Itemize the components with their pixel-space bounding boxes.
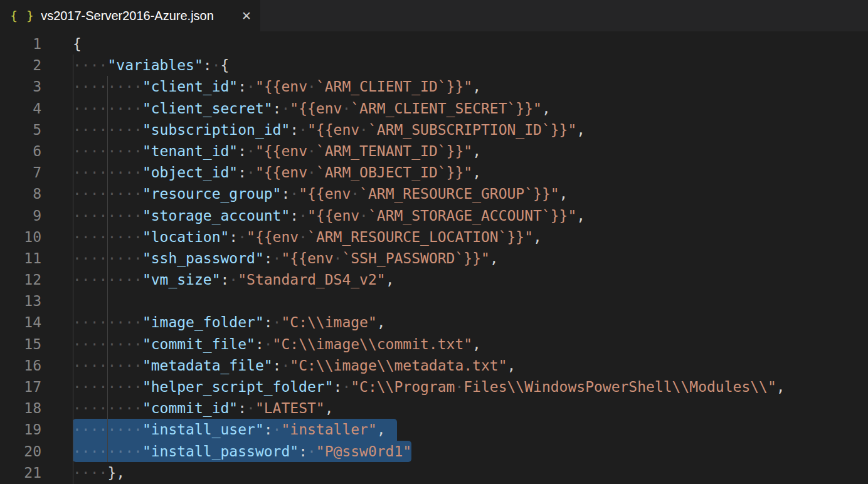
whitespace-dot: · [125,421,134,438]
code-text[interactable]: { [73,33,82,55]
code-line[interactable]: 3········"client_id":·"{{env·`ARM_CLIENT… [0,76,868,97]
tab-bar: { } vs2017-Server2016-Azure.json ✕ [0,0,868,31]
whitespace-dot: · [134,250,142,266]
whitespace-dot: · [99,143,108,159]
whitespace-dot: · [82,357,90,374]
code-text[interactable]: ········"install_password":·"P@ssw0rd1" [73,441,411,462]
code-text[interactable]: ········"storage_account":·"{{env·`ARM_S… [73,205,585,226]
whitespace-dot: · [82,57,90,73]
code-text[interactable]: ········"resource_group":·"{{env·`ARM_RE… [73,183,568,204]
code-text[interactable]: ········"tenant_id":·"{{env·`ARM_TENANT_… [73,140,481,162]
line-number: 16 [0,355,41,376]
code-line[interactable]: 7········"object_id":·"{{env·`ARM_OBJECT… [0,162,868,183]
code-text[interactable]: ········"client_secret":·"{{env·`ARM_CLI… [73,98,551,119]
whitespace-dot: · [90,379,99,395]
code-line[interactable]: 1{ [0,33,868,55]
line-number: 2 [0,55,41,76]
code-text[interactable]: ········"location":·"{{env·`ARM_RESOURCE… [73,226,542,248]
code-text[interactable]: ········"client_id":·"{{env·`ARM_CLIENT_… [73,76,481,97]
whitespace-dot: · [82,143,90,159]
code-text[interactable]: ········"metadata_file":·"C:\\image\\met… [73,355,516,376]
code-line[interactable]: 5········"subscription_id":·"{{env·`ARM_… [0,119,868,140]
whitespace-dot: · [73,229,82,245]
line-number: 19 [0,419,41,440]
whitespace-dot: · [90,143,99,159]
whitespace-dot: · [116,122,125,138]
code-line[interactable]: 18········"commit_id":·"LATEST", [0,397,868,419]
whitespace-dot: · [107,443,116,460]
line-number: 5 [0,119,41,140]
whitespace-dot: · [125,443,134,460]
code-line[interactable]: 10········"location":·"{{env·`ARM_RESOUR… [0,226,868,248]
code-text[interactable]: ········"subscription_id":·"{{env·`ARM_S… [73,119,585,140]
line-number: 8 [0,183,41,204]
code-line[interactable]: 19········"install_user":·"installer", [0,419,868,440]
code-line[interactable]: 16········"metadata_file":·"C:\\image\\m… [0,355,868,376]
whitespace-dot: · [107,336,116,352]
whitespace-dot: · [99,122,108,138]
whitespace-dot: · [134,314,142,330]
code-text[interactable]: ········"helper_script_folder":·"C:\\Pro… [73,376,785,397]
whitespace-dot: · [99,250,108,266]
whitespace-dot: · [99,400,108,416]
code-line[interactable]: 11········"ssh_password":·"{{env·`SSH_PA… [0,248,868,269]
line-number: 4 [0,98,41,119]
whitespace-dot: · [212,57,221,73]
whitespace-dot: · [73,186,82,202]
line-number: 13 [0,290,41,312]
code-line[interactable]: 12········"vm_size":·"Standard_DS4_v2", [0,269,868,290]
code-line[interactable]: 15········"commit_file":·"C:\\image\\com… [0,334,868,355]
code-text[interactable]: ········"commit_id":·"LATEST", [73,397,334,419]
code-line[interactable]: 4········"client_secret":·"{{env·`ARM_CL… [0,98,868,119]
whitespace-dot: · [73,100,82,117]
whitespace-dot: · [82,78,90,95]
whitespace-dot: · [134,379,142,395]
code-line[interactable]: 8········"resource_group":·"{{env·`ARM_R… [0,183,868,204]
whitespace-dot: · [107,400,116,416]
whitespace-dot: · [134,271,142,288]
code-text[interactable]: ········"ssh_password":·"{{env·`SSH_PASS… [73,248,499,269]
whitespace-dot: · [134,229,142,245]
line-number: 18 [0,397,41,419]
line-number: 11 [0,248,41,269]
whitespace-dot: · [359,208,368,224]
whitespace-dot: · [99,208,108,224]
whitespace-dot: · [125,229,134,245]
whitespace-dot: · [290,186,299,202]
code-line[interactable]: 14········"image_folder":·"C:\\image", [0,312,868,333]
code-text[interactable]: ········"install_user":·"installer", [73,419,386,440]
code-text[interactable]: ········"vm_size":·"Standard_DS4_v2", [73,269,394,290]
code-text[interactable]: ········"image_folder":·"C:\\image", [73,312,386,333]
code-line[interactable]: 2····"variables":·{ [0,55,868,76]
whitespace-dot: · [116,443,125,460]
code-text[interactable]: ········"commit_file":·"C:\\image\\commi… [73,334,481,355]
whitespace-dot: · [90,465,99,481]
whitespace-dot: · [307,143,316,159]
whitespace-dot: · [82,465,90,481]
code-line[interactable]: 13 [0,290,868,312]
tab-vs2017-server2016-azure-json[interactable]: { } vs2017-Server2016-Azure.json ✕ [0,0,260,31]
whitespace-dot: · [125,379,134,395]
whitespace-dot: · [99,229,108,245]
code-text[interactable]: ····"variables":·{ [73,55,229,76]
code-editor[interactable]: 1{2····"variables":·{3········"client_id… [0,31,868,484]
whitespace-dot: · [125,186,134,202]
code-text[interactable]: ········"object_id":·"{{env·`ARM_OBJECT_… [73,162,481,183]
whitespace-dot: · [82,443,90,460]
whitespace-dot: · [90,400,99,416]
whitespace-dot: · [246,400,255,416]
close-tab-icon[interactable]: ✕ [240,9,253,23]
whitespace-dot: · [134,208,142,224]
whitespace-dot: · [116,208,125,224]
whitespace-dot: · [73,379,82,395]
code-line[interactable]: 9········"storage_account":·"{{env·`ARM_… [0,205,868,226]
whitespace-dot: · [125,271,134,288]
code-line[interactable]: 6········"tenant_id":·"{{env·`ARM_TENANT… [0,140,868,162]
code-line[interactable]: 17········"helper_script_folder":·"C:\\P… [0,376,868,397]
code-line[interactable]: 20········"install_password":·"P@ssw0rd1… [0,441,868,462]
code-text[interactable]: ····}, [73,462,125,483]
code-line[interactable]: 21····}, [0,462,868,483]
whitespace-dot: · [125,164,134,181]
whitespace-dot: · [116,336,125,352]
whitespace-dot: · [90,100,99,117]
